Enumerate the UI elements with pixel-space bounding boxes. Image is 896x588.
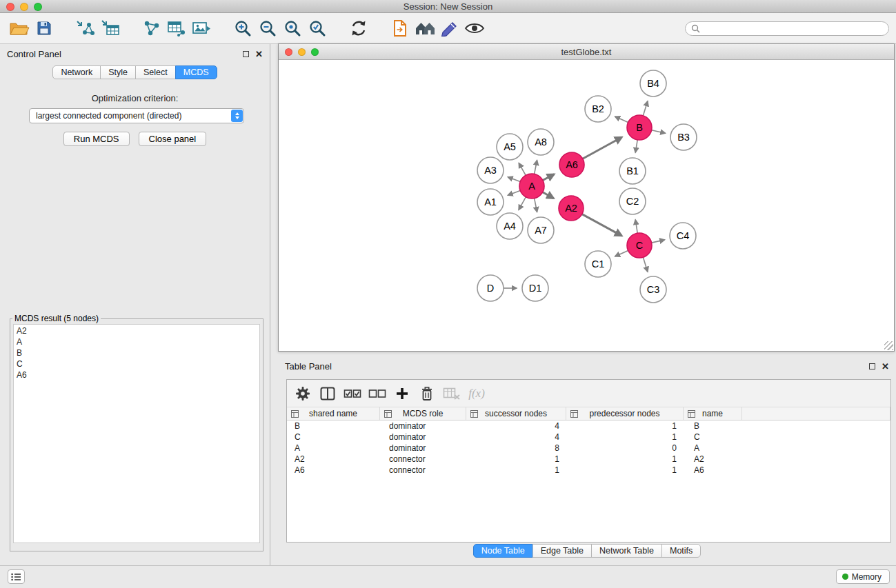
table-cell[interactable]: 0 bbox=[566, 443, 684, 454]
show-columns-button[interactable] bbox=[317, 383, 338, 404]
deselect-all-button[interactable] bbox=[367, 383, 388, 404]
graph-edge-C-C3[interactable] bbox=[643, 257, 648, 272]
close-window-button[interactable] bbox=[6, 3, 14, 11]
export-image-button[interactable] bbox=[189, 16, 214, 41]
close-control-panel-icon[interactable]: ✕ bbox=[255, 50, 263, 59]
graph-node-B3[interactable]: B3 bbox=[670, 124, 697, 150]
result-item[interactable]: A bbox=[17, 336, 257, 347]
create-column-button[interactable] bbox=[392, 383, 412, 404]
table-cell[interactable]: C bbox=[287, 432, 380, 443]
graph-edge-A-A2[interactable] bbox=[543, 192, 554, 199]
graph-edge-A-A1[interactable] bbox=[508, 190, 520, 195]
table-cell[interactable]: 1 bbox=[566, 432, 684, 443]
app-titlebar[interactable]: Session: New Session bbox=[0, 0, 896, 13]
graph-edge-B-B4[interactable] bbox=[643, 101, 648, 116]
table-cell[interactable]: 8 bbox=[466, 443, 566, 454]
graph-edge-A-A6[interactable] bbox=[543, 174, 555, 181]
result-item[interactable]: A2 bbox=[17, 325, 257, 336]
new-network-from-table-button[interactable] bbox=[164, 16, 189, 41]
table-cell[interactable] bbox=[742, 420, 890, 432]
tab-network[interactable]: Network bbox=[52, 65, 101, 79]
graph-edge-A-A3[interactable] bbox=[508, 177, 520, 182]
close-panel-button[interactable]: Close panel bbox=[139, 132, 207, 146]
table-cell[interactable] bbox=[742, 443, 890, 454]
graph-node-D[interactable]: D bbox=[477, 275, 504, 301]
graph-node-C4[interactable]: C4 bbox=[670, 223, 696, 249]
zoom-in-button[interactable] bbox=[230, 16, 255, 41]
result-item[interactable]: C bbox=[17, 358, 257, 369]
float-panel-icon[interactable] bbox=[243, 51, 249, 57]
network-window-titlebar[interactable]: testGlobe.txt bbox=[279, 44, 894, 60]
float-table-panel-icon[interactable] bbox=[869, 363, 875, 369]
tab-node-table[interactable]: Node Table bbox=[473, 544, 533, 558]
table-cell[interactable]: A6 bbox=[287, 465, 380, 476]
column-header-name[interactable]: name bbox=[684, 407, 742, 420]
graph-node-B4[interactable]: B4 bbox=[640, 70, 666, 97]
table-cell[interactable]: A2 bbox=[287, 454, 380, 465]
apply-style-button[interactable] bbox=[437, 16, 462, 41]
search-input[interactable] bbox=[700, 23, 883, 33]
graph-node-A4[interactable]: A4 bbox=[497, 213, 523, 239]
graph-node-C3[interactable]: C3 bbox=[640, 276, 666, 303]
table-cell[interactable]: 1 bbox=[466, 454, 566, 465]
show-all-networks-button[interactable] bbox=[412, 16, 437, 41]
import-table-button[interactable] bbox=[98, 16, 123, 41]
graph-edge-A2-C[interactable] bbox=[582, 214, 622, 236]
graph-node-A3[interactable]: A3 bbox=[477, 157, 504, 183]
table-cell[interactable]: connector bbox=[380, 454, 466, 465]
graph-node-B2[interactable]: B2 bbox=[585, 96, 611, 122]
graph-node-A6[interactable]: A6 bbox=[559, 152, 584, 177]
zoom-window-button[interactable] bbox=[34, 3, 42, 11]
import-network-button[interactable] bbox=[73, 16, 98, 41]
table-cell[interactable]: 1 bbox=[566, 454, 684, 465]
run-mcds-button[interactable]: Run MCDS bbox=[63, 132, 130, 146]
table-cell[interactable]: dominator bbox=[380, 420, 466, 432]
table-cell[interactable]: C bbox=[684, 432, 742, 443]
column-header-predecessor-nodes[interactable]: predecessor nodes bbox=[566, 407, 684, 420]
table-cell[interactable]: A bbox=[684, 443, 742, 454]
table-cell[interactable]: 4 bbox=[466, 432, 566, 443]
graph-node-A5[interactable]: A5 bbox=[497, 134, 523, 160]
table-row[interactable]: Adominator80A bbox=[287, 443, 890, 454]
graph-edge-A-A5[interactable] bbox=[519, 163, 526, 176]
graph-node-A7[interactable]: A7 bbox=[528, 217, 554, 243]
graph-edge-B-B2[interactable] bbox=[615, 116, 628, 123]
graph-node-C1[interactable]: C1 bbox=[585, 251, 611, 277]
graph-node-A8[interactable]: A8 bbox=[528, 129, 554, 155]
graph-node-C[interactable]: C bbox=[627, 233, 652, 258]
tab-mcds[interactable]: MCDS bbox=[175, 65, 217, 79]
graph-edge-B-B1[interactable] bbox=[635, 140, 637, 153]
graph-edge-A-A4[interactable] bbox=[519, 197, 526, 210]
table-cell[interactable]: connector bbox=[380, 465, 466, 476]
minimize-window-button[interactable] bbox=[20, 3, 28, 11]
table-cell[interactable] bbox=[742, 454, 890, 465]
graph-edge-A-A7[interactable] bbox=[535, 199, 537, 212]
show-hide-graphics-button[interactable] bbox=[462, 16, 487, 41]
tab-network-table[interactable]: Network Table bbox=[591, 544, 662, 558]
network-zoom-button[interactable] bbox=[311, 48, 319, 56]
tab-motifs[interactable]: Motifs bbox=[661, 544, 701, 558]
select-all-button[interactable] bbox=[342, 383, 363, 404]
graph-node-B[interactable]: B bbox=[627, 115, 652, 140]
zoom-out-button[interactable] bbox=[255, 16, 280, 41]
table-row[interactable]: Cdominator41C bbox=[287, 432, 890, 443]
search-box[interactable] bbox=[685, 21, 889, 36]
table-cell[interactable]: dominator bbox=[380, 432, 466, 443]
table-row[interactable]: A6connector11A6 bbox=[287, 465, 890, 476]
window-resize-handle[interactable] bbox=[884, 341, 893, 350]
tab-select[interactable]: Select bbox=[135, 65, 176, 79]
save-session-button[interactable] bbox=[32, 16, 57, 41]
delete-column-button[interactable] bbox=[417, 383, 437, 404]
graph-node-A1[interactable]: A1 bbox=[477, 189, 504, 215]
table-cell[interactable] bbox=[742, 432, 890, 443]
table-cell[interactable]: A2 bbox=[684, 454, 742, 465]
new-network-button[interactable] bbox=[139, 16, 164, 41]
column-header-mcds-role[interactable]: MCDS role bbox=[380, 407, 466, 420]
table-cell[interactable]: A6 bbox=[684, 465, 742, 476]
network-minimize-button[interactable] bbox=[298, 48, 306, 56]
graph-edge-C-C1[interactable] bbox=[615, 250, 628, 256]
table-cell[interactable]: B bbox=[684, 420, 742, 432]
tab-style[interactable]: Style bbox=[100, 65, 136, 79]
memory-button[interactable]: Memory bbox=[836, 569, 890, 584]
optimization-criterion-select[interactable]: largest connected component (directed) bbox=[29, 108, 244, 123]
